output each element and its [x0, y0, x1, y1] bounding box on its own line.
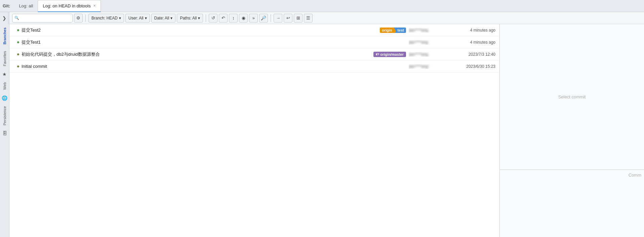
revert-icon: ↶ — [222, 15, 225, 20]
tags-area-3: origin/master — [373, 52, 406, 57]
star-icon[interactable]: ★ — [2, 69, 7, 79]
table-icon: ☰ — [306, 15, 310, 20]
table-row[interactable]: 提交Test2 origin test jian****ang 4 minute… — [9, 24, 499, 36]
sidebar-item-web[interactable]: Web — [2, 79, 7, 93]
git-label: Git: — [3, 3, 10, 8]
commit-message-2: 提交Test1 — [22, 39, 406, 45]
eye-button[interactable]: ◉ — [239, 14, 248, 22]
commit-message-1: 提交Test2 — [22, 27, 380, 33]
sort-icon: ↕ — [232, 15, 235, 20]
graph-dot-2 — [15, 41, 22, 44]
collapse-button[interactable]: ❯ — [1, 12, 8, 24]
search-box[interactable]: 🔍 — [12, 14, 73, 22]
author-2: jian****ang — [409, 40, 449, 45]
chevron-down-icon: ▾ — [119, 16, 121, 20]
commit-detail-area: Comm — [500, 170, 644, 237]
author-4: jian****ang' — [409, 64, 449, 69]
separator-3 — [271, 14, 271, 22]
author-1: jian****ang — [409, 28, 449, 33]
log-list: 提交Test2 origin test jian****ang 4 minute… — [9, 24, 499, 237]
date-1: 4 minutes ago — [452, 28, 495, 33]
close-tab-icon[interactable]: × — [93, 3, 96, 8]
author-3: jian****ang — [409, 52, 449, 57]
commit-label: Comm — [629, 173, 641, 178]
find-icon: 🔎 — [261, 15, 266, 20]
commit-message-4: Initial commit — [22, 64, 406, 69]
table-row[interactable]: 初始化代码提交，db2与druid数据源整合 origin/master jia… — [9, 48, 499, 60]
refresh-icon: ↺ — [211, 15, 215, 20]
revert-button[interactable]: ↶ — [219, 14, 228, 22]
separator-1 — [85, 14, 86, 22]
side-panel: ❯ Branches Favorites ★ Web 🌐 Persistence… — [0, 12, 9, 237]
eye-icon: ◉ — [242, 15, 245, 20]
date-dropdown[interactable]: Date: All ▾ — [151, 14, 176, 22]
paths-dropdown[interactable]: Paths: All ▾ — [177, 14, 203, 22]
select-commit-area: Select commit — [500, 24, 644, 170]
table-row[interactable]: 提交Test1 jian****ang 4 minutes ago — [9, 36, 499, 48]
find-button[interactable]: 🔎 — [259, 14, 268, 22]
tab-bar: Git: Log: all Log: on HEAD in dbtools × — [0, 0, 644, 12]
origin-test-tag: origin test — [380, 28, 406, 33]
origin-label: origin — [380, 28, 394, 33]
tab-log-head[interactable]: Log: on HEAD in dbtools × — [38, 0, 100, 12]
search-input[interactable] — [21, 16, 71, 20]
toolbar: 🔍 ⚙ Branch: HEAD ▾ User: All ▾ Date: All… — [9, 12, 644, 24]
grid-button[interactable]: ⊞ — [294, 14, 303, 22]
commit-dot — [16, 41, 20, 44]
chevron-down-icon-4: ▾ — [198, 16, 200, 20]
sidebar-item-branches[interactable]: Branches — [2, 24, 7, 48]
content-area: 🔍 ⚙ Branch: HEAD ▾ User: All ▾ Date: All… — [9, 12, 644, 237]
chevron-down-icon-3: ▾ — [170, 16, 172, 20]
commit-dot — [16, 53, 20, 56]
gear-button[interactable]: ⚙ — [74, 14, 83, 22]
refresh-button[interactable]: ↺ — [209, 14, 217, 22]
undo-icon: ↩ — [286, 15, 290, 20]
date-4: 2023/6/30 15:23 — [452, 64, 495, 69]
tags-area-1: origin test — [380, 28, 406, 33]
user-dropdown[interactable]: User: All ▾ — [125, 14, 150, 22]
undo-button[interactable]: ↩ — [284, 14, 292, 22]
commit-dot — [16, 65, 20, 68]
sidebar-item-favorites[interactable]: Favorites — [2, 48, 7, 69]
log-container: 提交Test2 origin test jian****ang 4 minute… — [9, 24, 644, 237]
search-icon: 🔍 — [14, 16, 19, 20]
arrow-right-icon: → — [276, 15, 280, 20]
sidebar-item-persistence[interactable]: Persistence — [2, 103, 7, 129]
sort-button[interactable]: ↕ — [229, 14, 238, 22]
database-icon[interactable]: 🗄 — [2, 129, 8, 138]
tab-log-all[interactable]: Log: all — [14, 0, 38, 12]
commit-message-3: 初始化代码提交，db2与druid数据源整合 — [22, 51, 373, 57]
separator-2 — [206, 14, 206, 22]
date-3: 2023/7/3 12:40 — [452, 52, 495, 57]
more-icon: » — [252, 15, 255, 20]
chevron-down-icon-2: ▾ — [145, 16, 147, 20]
commit-dot — [16, 29, 20, 32]
graph-dot-3 — [15, 53, 22, 56]
date-2: 4 minutes ago — [452, 40, 495, 45]
more-button[interactable]: » — [249, 14, 258, 22]
table-row[interactable]: Initial commit jian****ang' 2023/6/30 15… — [9, 60, 499, 73]
graph-dot-4 — [15, 65, 22, 68]
graph-dot-1 — [15, 29, 22, 32]
arrow-right-button[interactable]: → — [274, 14, 282, 22]
gear-icon: ⚙ — [76, 15, 80, 20]
origin-master-tag: origin/master — [373, 52, 406, 57]
grid-icon: ⊞ — [296, 15, 300, 20]
globe-icon[interactable]: 🌐 — [1, 93, 8, 103]
right-panel: Select commit Comm — [499, 24, 644, 237]
select-commit-text: Select commit — [558, 94, 586, 99]
main-layout: ❯ Branches Favorites ★ Web 🌐 Persistence… — [0, 12, 644, 237]
branch-dropdown[interactable]: Branch: HEAD ▾ — [88, 14, 124, 22]
table-button[interactable]: ☰ — [304, 14, 313, 22]
